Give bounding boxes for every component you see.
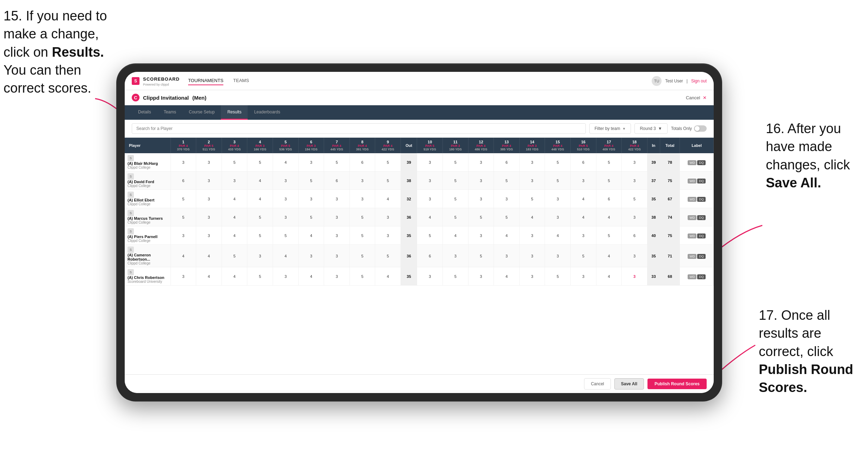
- hole-4-score[interactable]: 3: [247, 245, 273, 267]
- hole-12-score[interactable]: 3: [468, 190, 494, 208]
- hole-17-score[interactable]: 6: [596, 190, 622, 208]
- hole-16-score[interactable]: 3: [571, 226, 596, 245]
- hole-2-score[interactable]: 3: [196, 208, 222, 226]
- hole-3-score[interactable]: 4: [222, 208, 247, 226]
- hole-7-score[interactable]: 3: [324, 267, 350, 286]
- hole-10-score[interactable]: 3: [417, 153, 443, 172]
- hole-15-score[interactable]: 5: [545, 153, 571, 172]
- hole-6-score[interactable]: 4: [298, 226, 324, 245]
- hole-2-score[interactable]: 3: [196, 153, 222, 172]
- hole-7-score[interactable]: 6: [324, 172, 350, 190]
- hole-11-score[interactable]: 5: [443, 153, 469, 172]
- hole-7-score[interactable]: 5: [324, 153, 350, 172]
- label-wd[interactable]: WD: [688, 197, 696, 202]
- hole-6-score[interactable]: 5: [298, 208, 324, 226]
- label-wd[interactable]: WD: [688, 160, 696, 165]
- hole-10-score[interactable]: 3: [417, 172, 443, 190]
- filter-by-team-btn[interactable]: Filter by team ▼: [589, 123, 631, 134]
- hole-1-score[interactable]: 5: [170, 190, 196, 208]
- hole-16-score[interactable]: 5: [571, 245, 596, 267]
- totals-only-toggle[interactable]: Totals Only: [671, 125, 707, 132]
- hole-11-score[interactable]: 5: [443, 172, 469, 190]
- hole-2-score[interactable]: 4: [196, 245, 222, 267]
- hole-10-score[interactable]: 3: [417, 267, 443, 286]
- hole-18-score[interactable]: 5: [622, 190, 647, 208]
- hole-13-score[interactable]: 3: [494, 190, 520, 208]
- label-wd[interactable]: WD: [688, 215, 696, 220]
- hole-9-score[interactable]: 5: [375, 172, 401, 190]
- hole-5-score[interactable]: 3: [273, 267, 298, 286]
- hole-3-score[interactable]: 5: [222, 153, 247, 172]
- hole-17-score[interactable]: 5: [596, 153, 622, 172]
- hole-15-score[interactable]: 3: [545, 190, 571, 208]
- hole-1-score[interactable]: 4: [170, 245, 196, 267]
- hole-11-score[interactable]: 4: [443, 226, 469, 245]
- tab-results[interactable]: Results: [221, 105, 248, 120]
- hole-4-score[interactable]: 5: [247, 153, 273, 172]
- hole-3-score[interactable]: 4: [222, 190, 247, 208]
- hole-12-score[interactable]: 5: [468, 245, 494, 267]
- hole-16-score[interactable]: 3: [571, 267, 596, 286]
- hole-6-score[interactable]: 4: [298, 267, 324, 286]
- hole-11-score[interactable]: 5: [443, 208, 469, 226]
- hole-13-score[interactable]: 6: [494, 153, 520, 172]
- hole-7-score[interactable]: 3: [324, 245, 350, 267]
- hole-18-score[interactable]: 3: [622, 172, 647, 190]
- label-wd[interactable]: WD: [688, 254, 696, 259]
- hole-12-score[interactable]: 3: [468, 267, 494, 286]
- hole-11-score[interactable]: 5: [443, 190, 469, 208]
- hole-15-score[interactable]: 5: [545, 172, 571, 190]
- label-wd[interactable]: WD: [688, 274, 696, 279]
- hole-18-score[interactable]: 3: [622, 245, 647, 267]
- hole-18-score[interactable]: 3: [622, 153, 647, 172]
- hole-16-score[interactable]: 4: [571, 208, 596, 226]
- hole-6-score[interactable]: 5: [298, 172, 324, 190]
- hole-15-score[interactable]: 3: [545, 245, 571, 267]
- tab-course-setup[interactable]: Course Setup: [182, 105, 221, 120]
- hole-13-score[interactable]: 3: [494, 245, 520, 267]
- hole-8-score[interactable]: 5: [349, 208, 375, 226]
- hole-8-score[interactable]: 6: [349, 153, 375, 172]
- hole-12-score[interactable]: 5: [468, 208, 494, 226]
- hole-12-score[interactable]: 3: [468, 172, 494, 190]
- hole-9-score[interactable]: 4: [375, 267, 401, 286]
- hole-8-score[interactable]: 5: [349, 226, 375, 245]
- hole-1-score[interactable]: 6: [170, 172, 196, 190]
- hole-16-score[interactable]: 6: [571, 153, 596, 172]
- tab-teams[interactable]: Teams: [157, 105, 182, 120]
- hole-10-score[interactable]: 6: [417, 245, 443, 267]
- hole-14-score[interactable]: 3: [519, 267, 545, 286]
- hole-10-score[interactable]: 5: [417, 226, 443, 245]
- hole-7-score[interactable]: 3: [324, 190, 350, 208]
- cancel-tournament-btn[interactable]: Cancel ✕: [686, 95, 707, 100]
- hole-13-score[interactable]: 5: [494, 172, 520, 190]
- hole-6-score[interactable]: 3: [298, 153, 324, 172]
- hole-18-score[interactable]: 3: [622, 208, 647, 226]
- hole-9-score[interactable]: 5: [375, 153, 401, 172]
- hole-15-score[interactable]: 4: [545, 226, 571, 245]
- hole-3-score[interactable]: 3: [222, 172, 247, 190]
- nav-link-tournaments[interactable]: TOURNAMENTS: [188, 76, 223, 85]
- label-dq[interactable]: DQ: [697, 254, 706, 259]
- hole-3-score[interactable]: 4: [222, 226, 247, 245]
- hole-12-score[interactable]: 3: [468, 153, 494, 172]
- hole-4-score[interactable]: 5: [247, 208, 273, 226]
- search-input[interactable]: [132, 123, 586, 134]
- hole-14-score[interactable]: 3: [519, 245, 545, 267]
- hole-1-score[interactable]: 3: [170, 153, 196, 172]
- hole-17-score[interactable]: 4: [596, 267, 622, 286]
- hole-4-score[interactable]: 4: [247, 172, 273, 190]
- toggle-track[interactable]: [694, 125, 707, 132]
- hole-13-score[interactable]: 4: [494, 226, 520, 245]
- hole-12-score[interactable]: 3: [468, 226, 494, 245]
- hole-8-score[interactable]: 3: [349, 190, 375, 208]
- hole-1-score[interactable]: 3: [170, 226, 196, 245]
- hole-9-score[interactable]: 3: [375, 208, 401, 226]
- hole-15-score[interactable]: 5: [545, 267, 571, 286]
- hole-4-score[interactable]: 5: [247, 267, 273, 286]
- hole-9-score[interactable]: 5: [375, 245, 401, 267]
- hole-5-score[interactable]: 4: [273, 245, 298, 267]
- hole-14-score[interactable]: 3: [519, 226, 545, 245]
- publish-round-scores-button[interactable]: Publish Round Scores: [647, 379, 707, 389]
- label-wd[interactable]: WD: [688, 234, 696, 238]
